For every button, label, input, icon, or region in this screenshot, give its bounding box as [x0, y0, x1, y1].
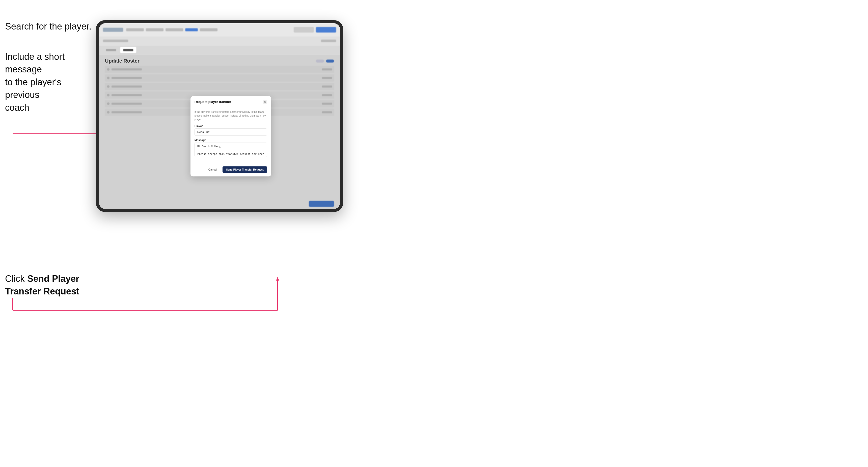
player-input[interactable] — [194, 128, 267, 135]
cancel-button[interactable]: Cancel — [205, 166, 220, 173]
tab-bar — [99, 45, 340, 55]
tab-roster-label — [123, 49, 133, 51]
annotation-search: Search for the player. — [5, 20, 91, 33]
modal-body: If the player is transferring from anoth… — [190, 107, 271, 164]
send-transfer-request-button[interactable]: Send Player Transfer Request — [222, 166, 267, 173]
player-label: Player — [194, 124, 267, 127]
annotation-message: Include a short message to the player's … — [5, 51, 91, 114]
tab-edit — [103, 47, 119, 53]
app-logo — [103, 28, 123, 32]
request-transfer-modal: Request player transfer × If the player … — [190, 96, 271, 176]
nav-item-tournaments — [126, 28, 144, 31]
message-label: Message — [194, 138, 267, 142]
modal-title: Request player transfer — [194, 100, 231, 104]
header-nav — [126, 28, 291, 31]
header-btn-1 — [294, 27, 314, 33]
tablet-device: Update Roster — [96, 20, 343, 212]
nav-item-settings — [185, 28, 198, 31]
header-btn-2 — [316, 27, 336, 33]
modal-footer: Cancel Send Player Transfer Request — [190, 164, 271, 176]
content-area: Update Roster — [99, 55, 340, 209]
svg-marker-5 — [276, 277, 279, 281]
tab-roster — [120, 47, 136, 53]
sub-header — [99, 36, 340, 45]
message-form-group: Message — [194, 138, 267, 158]
modal-close-button[interactable]: × — [263, 100, 267, 104]
nav-item-athletes — [165, 28, 183, 31]
message-textarea[interactable] — [194, 143, 267, 157]
tablet-screen: Update Roster — [99, 23, 340, 209]
annotation-click: Click Send Player Transfer Request — [5, 273, 91, 298]
modal-overlay: Request player transfer × If the player … — [99, 55, 340, 209]
tab-edit-label — [106, 49, 116, 51]
nav-item-extra — [200, 28, 217, 31]
app-header — [99, 23, 340, 36]
nav-item-teams — [146, 28, 163, 31]
modal-header: Request player transfer × — [190, 96, 271, 107]
header-actions — [294, 27, 336, 33]
breadcrumb — [103, 40, 128, 42]
modal-description: If the player is transferring from anoth… — [194, 110, 267, 121]
player-form-group: Player — [194, 124, 267, 135]
sub-header-right — [321, 40, 336, 42]
